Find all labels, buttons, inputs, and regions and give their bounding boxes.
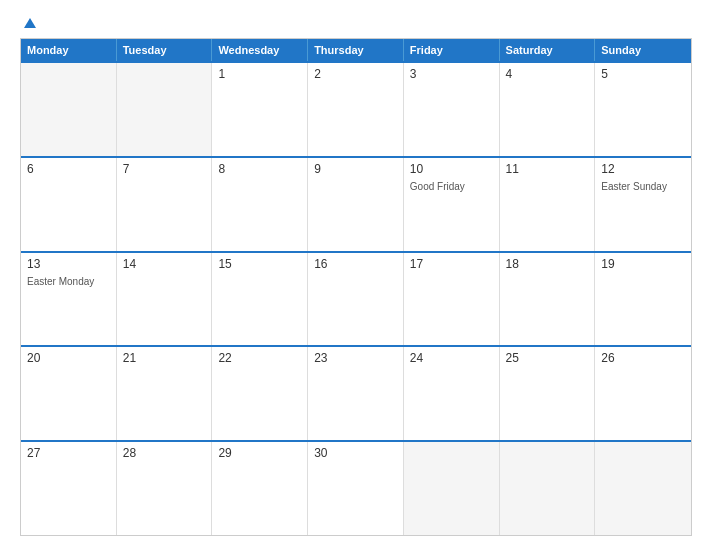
calendar-cell	[117, 63, 213, 156]
day-number: 23	[314, 351, 397, 365]
day-number: 20	[27, 351, 110, 365]
calendar-cell: 16	[308, 253, 404, 346]
day-number: 16	[314, 257, 397, 271]
calendar-cell: 26	[595, 347, 691, 440]
day-number: 29	[218, 446, 301, 460]
day-number: 12	[601, 162, 685, 176]
calendar-header-day: Thursday	[308, 39, 404, 61]
day-number: 10	[410, 162, 493, 176]
day-number: 13	[27, 257, 110, 271]
calendar-header-day: Friday	[404, 39, 500, 61]
holiday-label: Good Friday	[410, 181, 493, 192]
calendar-cell: 23	[308, 347, 404, 440]
calendar-cell: 18	[500, 253, 596, 346]
calendar-cell: 5	[595, 63, 691, 156]
calendar-cell: 10Good Friday	[404, 158, 500, 251]
calendar-cell: 4	[500, 63, 596, 156]
day-number: 22	[218, 351, 301, 365]
calendar-cell: 24	[404, 347, 500, 440]
calendar-header: MondayTuesdayWednesdayThursdayFridaySatu…	[21, 39, 691, 61]
day-number: 8	[218, 162, 301, 176]
calendar-cell: 8	[212, 158, 308, 251]
calendar-cell: 11	[500, 158, 596, 251]
day-number: 9	[314, 162, 397, 176]
calendar-header-day: Tuesday	[117, 39, 213, 61]
day-number: 1	[218, 67, 301, 81]
calendar-cell: 1	[212, 63, 308, 156]
calendar-cell: 28	[117, 442, 213, 535]
calendar-cell: 27	[21, 442, 117, 535]
day-number: 30	[314, 446, 397, 460]
day-number: 19	[601, 257, 685, 271]
calendar-body: 12345678910Good Friday1112Easter Sunday1…	[21, 61, 691, 535]
day-number: 6	[27, 162, 110, 176]
logo-triangle-icon	[24, 18, 36, 28]
page: MondayTuesdayWednesdayThursdayFridaySatu…	[0, 0, 712, 550]
calendar-cell: 29	[212, 442, 308, 535]
calendar-cell: 14	[117, 253, 213, 346]
calendar-header-day: Saturday	[500, 39, 596, 61]
calendar: MondayTuesdayWednesdayThursdayFridaySatu…	[20, 38, 692, 536]
calendar-cell	[404, 442, 500, 535]
day-number: 7	[123, 162, 206, 176]
day-number: 2	[314, 67, 397, 81]
calendar-cell: 6	[21, 158, 117, 251]
day-number: 14	[123, 257, 206, 271]
calendar-cell	[500, 442, 596, 535]
calendar-week: 12345	[21, 61, 691, 156]
day-number: 4	[506, 67, 589, 81]
calendar-header-day: Monday	[21, 39, 117, 61]
calendar-cell: 12Easter Sunday	[595, 158, 691, 251]
calendar-cell: 19	[595, 253, 691, 346]
calendar-cell: 22	[212, 347, 308, 440]
calendar-header-day: Sunday	[595, 39, 691, 61]
day-number: 18	[506, 257, 589, 271]
calendar-week: 20212223242526	[21, 345, 691, 440]
calendar-cell: 13Easter Monday	[21, 253, 117, 346]
calendar-week: 13Easter Monday141516171819	[21, 251, 691, 346]
calendar-cell: 20	[21, 347, 117, 440]
day-number: 21	[123, 351, 206, 365]
header	[20, 18, 692, 28]
day-number: 25	[506, 351, 589, 365]
calendar-header-day: Wednesday	[212, 39, 308, 61]
holiday-label: Easter Sunday	[601, 181, 685, 192]
calendar-cell	[21, 63, 117, 156]
calendar-cell: 17	[404, 253, 500, 346]
day-number: 27	[27, 446, 110, 460]
calendar-cell: 3	[404, 63, 500, 156]
day-number: 24	[410, 351, 493, 365]
calendar-cell: 25	[500, 347, 596, 440]
day-number: 11	[506, 162, 589, 176]
day-number: 28	[123, 446, 206, 460]
calendar-cell: 21	[117, 347, 213, 440]
calendar-cell: 7	[117, 158, 213, 251]
calendar-week: 678910Good Friday1112Easter Sunday	[21, 156, 691, 251]
logo-blue-text	[20, 18, 36, 28]
holiday-label: Easter Monday	[27, 276, 110, 287]
calendar-cell	[595, 442, 691, 535]
day-number: 15	[218, 257, 301, 271]
calendar-cell: 2	[308, 63, 404, 156]
day-number: 3	[410, 67, 493, 81]
calendar-week: 27282930	[21, 440, 691, 535]
day-number: 17	[410, 257, 493, 271]
calendar-cell: 30	[308, 442, 404, 535]
calendar-cell: 9	[308, 158, 404, 251]
day-number: 26	[601, 351, 685, 365]
calendar-cell: 15	[212, 253, 308, 346]
day-number: 5	[601, 67, 685, 81]
logo	[20, 18, 36, 28]
